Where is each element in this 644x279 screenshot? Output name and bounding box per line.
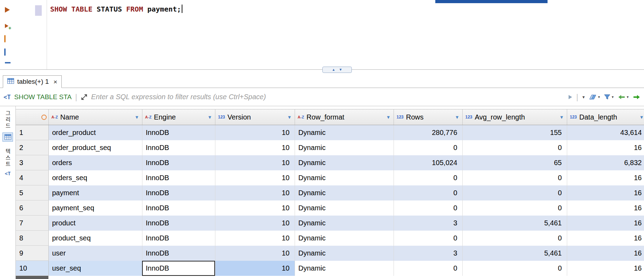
cell-rows[interactable]: 0 (394, 140, 462, 155)
cell-version[interactable]: 10 (215, 185, 295, 200)
fetch-next-arrow-icon[interactable] (633, 94, 640, 100)
column-filter-dropdown-icon[interactable]: ▼ (559, 115, 564, 120)
execute-statement-icon[interactable] (4, 6, 11, 15)
cell-row_format[interactable]: Dynamic (295, 155, 394, 170)
filter-history-dropdown-icon[interactable]: ▼ (582, 95, 585, 99)
column-filter-dropdown-icon[interactable]: ▼ (386, 115, 391, 120)
cell-row_format[interactable]: Dynamic (295, 185, 394, 200)
cell-avg_row_length[interactable]: 0 (462, 231, 567, 246)
cell-engine[interactable]: InnoDB (142, 246, 215, 261)
cell-avg_row_length[interactable]: 0 (462, 185, 567, 200)
splitter-collapse-control[interactable]: ▲ ▼ (322, 67, 352, 73)
fetch-previous-arrow-icon[interactable]: ▼ (618, 94, 629, 100)
row-number[interactable]: 8 (16, 231, 48, 246)
column-filter-dropdown-icon[interactable]: ▼ (639, 115, 644, 120)
column-filter-dropdown-icon[interactable]: ▼ (135, 115, 139, 120)
cell-avg_row_length[interactable]: 0 (462, 170, 567, 185)
cell-avg_row_length[interactable]: 5,461 (462, 246, 567, 261)
cell-data_length[interactable]: 6,832 (567, 155, 644, 170)
column-header-engine[interactable]: A-ZEngine▼ (142, 109, 215, 125)
clear-filter-eraser-icon[interactable]: ▼ (589, 94, 601, 100)
cell-version[interactable]: 10 (215, 200, 295, 216)
cell-name[interactable]: user (48, 246, 142, 261)
cell-name[interactable]: payment_seq (48, 200, 142, 216)
cell-data_length[interactable]: 16 (567, 185, 644, 200)
active-query-text[interactable]: SHOW TABLE STA (14, 93, 72, 101)
column-filter-dropdown-icon[interactable]: ▼ (455, 115, 459, 120)
cell-data_length[interactable]: 16 (567, 231, 644, 246)
cell-name[interactable]: order_product (48, 125, 142, 140)
execute-new-tab-icon[interactable]: + (4, 23, 9, 30)
apply-filter-play-icon[interactable] (568, 94, 573, 100)
cell-engine[interactable]: InnoDB (142, 125, 215, 140)
cell-data_length[interactable]: 43,614 (567, 125, 644, 140)
cell-engine[interactable]: InnoDB (142, 170, 215, 185)
cell-avg_row_length[interactable]: 0 (462, 200, 567, 216)
cell-version[interactable]: 10 (215, 140, 295, 155)
cell-data_length[interactable]: 16 (567, 170, 644, 185)
cell-engine[interactable]: InnoDB (142, 216, 215, 231)
row-number[interactable]: 1 (16, 125, 48, 140)
explain-plan-icon[interactable] (4, 49, 6, 55)
text-view-icon[interactable]: <T (5, 171, 11, 176)
cell-data_length[interactable]: 16 (567, 200, 644, 216)
column-header-name[interactable]: A-ZName▼ (48, 109, 142, 125)
row-number[interactable]: 2 (16, 140, 48, 155)
dropdown-icon[interactable]: ▼ (626, 95, 629, 99)
cell-data_length[interactable]: 16 (567, 246, 644, 261)
row-number[interactable]: 4 (16, 170, 48, 185)
cell-name[interactable]: order_product_seq (48, 140, 142, 155)
cell-version[interactable]: 10 (215, 246, 295, 261)
cell-version[interactable]: 10 (215, 231, 295, 246)
cell-rows[interactable]: 0 (394, 170, 462, 185)
cell-engine[interactable]: InnoDB (142, 231, 215, 246)
cell-avg_row_length[interactable]: 65 (462, 155, 567, 170)
cell-row_format[interactable]: Dynamic (295, 246, 394, 261)
cell-rows[interactable]: 0 (394, 200, 462, 216)
cell-engine[interactable]: InnoDB (142, 261, 215, 276)
dropdown-icon[interactable]: ▼ (611, 95, 614, 99)
cell-name[interactable]: product_seq (48, 231, 142, 246)
cell-data_length[interactable]: 16 (567, 140, 644, 155)
cell-version[interactable]: 10 (215, 261, 295, 276)
close-icon[interactable]: × (53, 79, 57, 85)
cell-row_format[interactable]: Dynamic (295, 231, 394, 246)
row-number[interactable]: 3 (16, 155, 48, 170)
cell-row_format[interactable]: Dynamic (295, 200, 394, 216)
cell-rows[interactable]: 0 (394, 185, 462, 200)
column-filter-dropdown-icon[interactable]: ▼ (208, 115, 212, 120)
cell-avg_row_length[interactable]: 155 (462, 125, 567, 140)
cell-name[interactable]: orders_seq (48, 170, 142, 185)
cell-version[interactable]: 10 (215, 170, 295, 185)
filter-funnel-icon[interactable]: ▼ (604, 94, 614, 100)
row-number[interactable]: 10 (16, 261, 48, 276)
cell-row_format[interactable]: Dynamic (295, 170, 394, 185)
column-header-data_length[interactable]: 123Data_length▼ (567, 109, 644, 125)
row-number[interactable]: 9 (16, 246, 48, 261)
sql-editor[interactable]: + SHOW TABLE STATUS FROM payment; (0, 0, 644, 70)
column-header-avg_row_length[interactable]: 123Avg_row_length▼ (462, 109, 567, 125)
cell-rows[interactable]: 105,024 (394, 155, 462, 170)
cell-rows[interactable]: 0 (394, 261, 462, 276)
tab-text-view[interactable]: 텍스트 <T (4, 149, 12, 176)
filter-expression-input[interactable]: Enter a SQL expression to filter results… (91, 93, 564, 101)
collapse-down-icon[interactable]: ▼ (339, 68, 342, 72)
cell-engine[interactable]: InnoDB (142, 140, 215, 155)
cell-rows[interactable]: 0 (394, 231, 462, 246)
cell-name[interactable]: orders (48, 155, 142, 170)
cell-row_format[interactable]: Dynamic (295, 140, 394, 155)
cell-engine[interactable]: InnoDB (142, 155, 215, 170)
cell-data_length[interactable]: 16 (567, 216, 644, 231)
execute-script-icon[interactable] (4, 36, 6, 42)
cell-version[interactable]: 10 (215, 216, 295, 231)
cell-row_format[interactable]: Dynamic (295, 216, 394, 231)
row-number[interactable]: 7 (16, 216, 48, 231)
column-header-row_format[interactable]: A-ZRow_format▼ (295, 109, 394, 125)
column-header-rows[interactable]: 123Rows▼ (394, 109, 462, 125)
cell-avg_row_length[interactable]: 5,461 (462, 216, 567, 231)
dropdown-icon[interactable]: ▼ (597, 95, 601, 99)
column-filter-dropdown-icon[interactable]: ▼ (287, 115, 292, 120)
cell-row_format[interactable]: Dynamic (295, 261, 394, 276)
cell-avg_row_length[interactable]: 0 (462, 261, 567, 276)
cell-name[interactable]: product (48, 216, 142, 231)
